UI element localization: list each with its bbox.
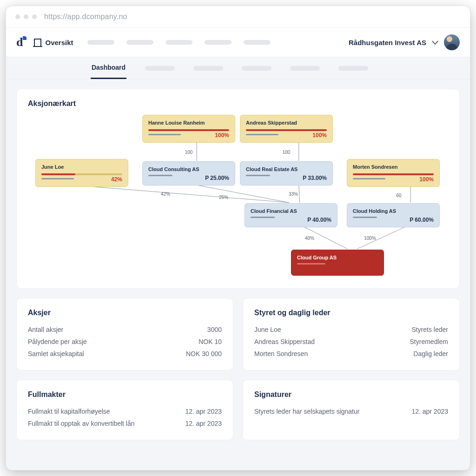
window-dot xyxy=(15,14,20,19)
node-label: Andreas Skipperstad xyxy=(246,120,327,126)
kv-key: June Loe xyxy=(254,326,281,333)
kv-key: Samlet aksjekapital xyxy=(28,350,84,357)
url-display: https://app.dcompany.no xyxy=(44,13,127,21)
kv-row: Andreas SkipperstadStyremedlem xyxy=(254,336,448,348)
kv-key: Morten Sondresen xyxy=(254,350,308,357)
window-dot xyxy=(24,14,28,19)
kv-value: Styrets leder xyxy=(411,326,448,333)
kv-key: Fullmakt til opptak av konvertibelt lån xyxy=(28,420,135,427)
shares-card: Aksjer Antall aksjer3000 Pålydende per a… xyxy=(16,298,233,370)
edge-label: 42% xyxy=(161,192,170,197)
node-company-holding[interactable]: Cloud Holding AS P 60.00% xyxy=(347,203,440,227)
window-controls xyxy=(15,14,37,19)
node-person-hanne[interactable]: Hanne Louise Ranheim 100% xyxy=(142,115,235,143)
node-company-consulting[interactable]: Cloud Consulting AS P 25.00% xyxy=(142,161,235,185)
nav-oversikt-label: Oversikt xyxy=(45,39,73,46)
edge-label: 100% xyxy=(364,236,376,241)
tab-placeholder xyxy=(242,66,271,71)
edge-label: 25% xyxy=(219,195,228,200)
sign-card: Signaturer Styrets leder har selskapets … xyxy=(243,380,460,440)
node-person-andreas[interactable]: Andreas Skipperstad 100% xyxy=(240,115,333,143)
map-edges xyxy=(17,89,459,288)
kv-row: Styrets leder har selskapets signatur12.… xyxy=(254,405,448,417)
app-window: https://app.dcompany.no d Oversikt Rådhu… xyxy=(6,6,470,470)
shares-title: Aksjer xyxy=(28,309,222,317)
edge-label: 40% xyxy=(305,236,314,241)
kv-row: Fullmakt til opptak av konvertibelt lån1… xyxy=(28,417,222,430)
kv-value: Styremedlem xyxy=(410,338,448,345)
chevron-down-icon[interactable] xyxy=(432,38,438,45)
kv-key: Antall aksjer xyxy=(28,326,63,333)
topbar: d Oversikt Rådhusgaten Invest AS xyxy=(6,28,470,57)
node-pct: 100% xyxy=(215,132,229,139)
edge-label: 33% xyxy=(289,192,298,197)
node-person-june[interactable]: June Loe 42% xyxy=(35,159,128,187)
kv-value: NOK 30 000 xyxy=(186,350,222,357)
node-pct: P 40.00% xyxy=(307,217,331,223)
edge-label: 100 xyxy=(185,150,193,155)
avatar[interactable] xyxy=(444,34,460,50)
kv-key: Andreas Skipperstad xyxy=(254,338,315,345)
poa-title: Fullmakter xyxy=(28,390,222,399)
node-company-realestate[interactable]: Cloud Real Estate AS P 33.00% xyxy=(240,161,333,185)
node-label: Morten Sondresen xyxy=(353,164,434,170)
nav-placeholder xyxy=(87,40,114,45)
node-label: Cloud Group AS xyxy=(297,255,378,260)
content: Aksjonærkart 100 100 42% 25% 33% 60 xyxy=(6,79,470,470)
kv-value: 12. apr 2023 xyxy=(185,408,222,415)
node-label: Cloud Consulting AS xyxy=(148,166,229,172)
kv-value: 3000 xyxy=(207,326,222,333)
kv-row: Morten SondresenDaglig leder xyxy=(254,348,448,360)
subtabs: Dashboard xyxy=(6,57,470,79)
window-dot xyxy=(32,14,37,19)
building-icon xyxy=(34,39,41,46)
kv-value: Daglig leder xyxy=(413,350,448,357)
node-pct: P 33.00% xyxy=(303,175,327,181)
poa-card: Fullmakter Fullmakt til kapitalforhøyels… xyxy=(16,380,233,440)
node-label: Cloud Holding AS xyxy=(353,208,434,214)
nav-placeholder xyxy=(244,40,271,45)
edge-label: 100 xyxy=(283,150,291,155)
kv-key: Styrets leder har selskapets signatur xyxy=(254,408,359,415)
board-title: Styret og daglig leder xyxy=(254,309,448,317)
nav-placeholder xyxy=(205,40,231,45)
tab-placeholder xyxy=(193,66,223,71)
board-card: Styret og daglig leder June LoeStyrets l… xyxy=(243,298,460,370)
kv-key: Fullmakt til kapitalforhøyelse xyxy=(28,408,110,415)
kv-row: Pålydende per aksjeNOK 10 xyxy=(28,336,222,348)
kv-row: Samlet aksjekapitalNOK 30 000 xyxy=(28,348,222,360)
node-target-group[interactable]: Cloud Group AS xyxy=(291,250,384,276)
browser-bar: https://app.dcompany.no xyxy=(6,6,470,28)
map-area: 100 100 42% 25% 33% 60 40% 100% Hanne Lo… xyxy=(17,89,459,288)
org-selector-label: Rådhusgaten Invest AS xyxy=(349,39,426,46)
shareholder-map-card: Aksjonærkart 100 100 42% 25% 33% 60 xyxy=(16,89,460,289)
sign-title: Signaturer xyxy=(254,390,448,399)
kv-row: Antall aksjer3000 xyxy=(28,324,222,336)
tab-placeholder xyxy=(338,66,368,71)
kv-value: 12. apr 2023 xyxy=(411,408,448,415)
tab-dashboard[interactable]: Dashboard xyxy=(91,57,126,79)
node-pct: 42% xyxy=(111,176,122,183)
kv-key: Pålydende per aksje xyxy=(28,338,87,345)
edge-label: 60 xyxy=(396,193,401,198)
kv-value: NOK 10 xyxy=(198,338,222,345)
node-company-financial[interactable]: Cloud Financial AS P 40.00% xyxy=(245,203,337,227)
node-person-morten[interactable]: Morten Sondresen 100% xyxy=(347,159,440,187)
node-pct: P 60.00% xyxy=(410,217,434,223)
tab-placeholder xyxy=(145,66,175,71)
node-label: Cloud Financial AS xyxy=(251,208,331,214)
node-label: June Loe xyxy=(41,164,122,170)
node-label: Cloud Real Estate AS xyxy=(246,166,327,172)
node-label: Hanne Louise Ranheim xyxy=(148,120,229,126)
node-pct: 100% xyxy=(419,176,434,183)
kv-row: June LoeStyrets leder xyxy=(254,324,448,336)
logo[interactable]: d xyxy=(16,35,26,49)
topnav-placeholders xyxy=(87,40,271,45)
node-pct: P 25.00% xyxy=(205,175,229,181)
kv-row: Fullmakt til kapitalforhøyelse12. apr 20… xyxy=(28,405,222,417)
nav-oversikt[interactable]: Oversikt xyxy=(34,39,73,46)
node-pct: 100% xyxy=(312,132,327,139)
kv-value: 12. apr 2023 xyxy=(185,420,222,427)
tab-placeholder xyxy=(290,66,320,71)
nav-placeholder xyxy=(126,40,153,45)
